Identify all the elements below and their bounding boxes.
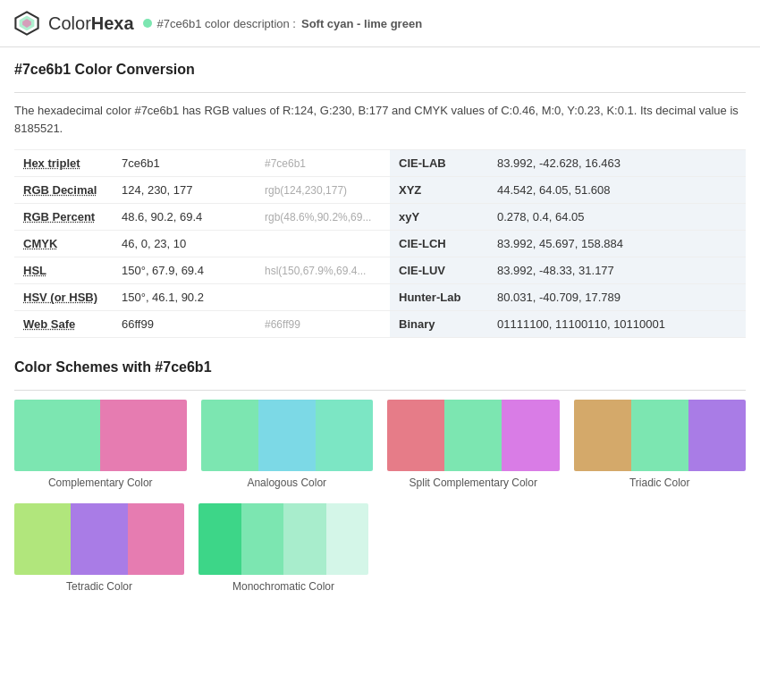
page-title: #7ce6b1 Color Conversion xyxy=(14,62,746,78)
left-value: 150°, 67.9, 69.4 xyxy=(113,257,256,284)
swatch xyxy=(387,400,444,471)
swatch xyxy=(574,400,631,471)
right-value: 0.278, 0.4, 64.05 xyxy=(488,204,746,231)
left-label[interactable]: HSV (or HSB) xyxy=(14,284,113,311)
left-label[interactable]: Web Safe xyxy=(14,311,113,338)
swatch xyxy=(326,503,369,575)
swatch xyxy=(283,503,326,575)
scheme-item[interactable]: Complementary Color xyxy=(14,400,187,489)
left-label[interactable]: HSL xyxy=(14,257,113,284)
table-row: HSL 150°, 67.9, 69.4 hsl(150,67.9%,69.4.… xyxy=(14,257,746,284)
right-value: 83.992, -48.33, 31.177 xyxy=(488,257,746,284)
scheme-swatches xyxy=(574,400,747,471)
conversion-table: Hex triplet 7ce6b1 #7ce6b1 CIE-LAB 83.99… xyxy=(14,149,746,338)
scheme-swatches xyxy=(387,400,560,471)
scheme-label: Complementary Color xyxy=(48,477,153,489)
scheme-swatches xyxy=(14,400,187,471)
left-label[interactable]: Hex triplet xyxy=(14,150,113,177)
scheme-item[interactable]: Monochromatic Color xyxy=(198,503,368,593)
main-content: #7ce6b1 Color Conversion The hexadecimal… xyxy=(0,47,760,607)
scheme-item[interactable]: Analogous Color xyxy=(201,400,374,489)
swatch xyxy=(502,400,559,471)
swatch xyxy=(100,400,186,471)
header-description: #7ce6b1 color description : Soft cyan - … xyxy=(143,17,422,30)
swatch xyxy=(316,400,373,471)
right-value: 83.992, 45.697, 158.884 xyxy=(488,231,746,257)
schemes-grid-row2: Tetradic ColorMonochromatic Color xyxy=(14,503,746,593)
left-value: 7ce6b1 xyxy=(113,150,256,177)
scheme-swatches xyxy=(198,503,368,575)
left-value: 124, 230, 177 xyxy=(113,177,256,204)
right-value: 83.992, -42.628, 16.463 xyxy=(488,150,746,177)
left-value: 48.6, 90.2, 69.4 xyxy=(113,204,256,231)
left-preview: #7ce6b1 xyxy=(256,150,390,177)
swatch xyxy=(198,503,241,575)
right-value: 44.542, 64.05, 51.608 xyxy=(488,177,746,204)
right-label[interactable]: CIE-LUV xyxy=(390,257,488,284)
right-label[interactable]: CIE-LAB xyxy=(390,150,488,177)
schemes-grid-row1: Complementary ColorAnalogous ColorSplit … xyxy=(14,400,746,489)
table-row: HSV (or HSB) 150°, 46.1, 90.2 Hunter-Lab… xyxy=(14,284,746,311)
header-color-name: Soft cyan - lime green xyxy=(301,17,422,30)
logo-text[interactable]: ColorHexa xyxy=(48,13,134,34)
left-label[interactable]: CMYK xyxy=(14,231,113,257)
scheme-label: Analogous Color xyxy=(247,477,326,489)
left-preview xyxy=(256,284,390,311)
color-dot xyxy=(143,19,152,28)
right-label[interactable]: Hunter-Lab xyxy=(390,284,488,311)
swatch xyxy=(631,400,688,471)
section-title-schemes: Color Schemes with #7ce6b1 xyxy=(14,359,746,391)
swatch xyxy=(71,503,127,575)
right-label[interactable]: xyY xyxy=(390,204,488,231)
logo-color: Color xyxy=(48,13,91,33)
right-value: 01111100, 11100110, 10110001 xyxy=(488,311,746,338)
scheme-item[interactable]: Tetradic Color xyxy=(14,503,184,593)
right-label[interactable]: Binary xyxy=(390,311,488,338)
header-hex: #7ce6b1 color description : xyxy=(157,17,296,30)
description-text: The hexadecimal color #7ce6b1 has RGB va… xyxy=(14,102,746,137)
schemes-title: Color Schemes with #7ce6b1 xyxy=(14,359,746,375)
table-row: Hex triplet 7ce6b1 #7ce6b1 CIE-LAB 83.99… xyxy=(14,150,746,177)
swatch xyxy=(128,503,184,575)
table-row: RGB Percent 48.6, 90.2, 69.4 rgb(48.6%,9… xyxy=(14,204,746,231)
scheme-item[interactable]: Split Complementary Color xyxy=(387,400,560,489)
header: ColorHexa #7ce6b1 color description : So… xyxy=(0,0,760,47)
left-preview: #66ff99 xyxy=(256,311,390,338)
right-value: 80.031, -40.709, 17.789 xyxy=(488,284,746,311)
scheme-label: Split Complementary Color xyxy=(410,477,537,489)
left-value: 46, 0, 23, 10 xyxy=(113,231,256,257)
left-label[interactable]: RGB Percent xyxy=(14,204,113,231)
scheme-item[interactable]: Triadic Color xyxy=(574,400,747,489)
section-title-conversion: #7ce6b1 Color Conversion xyxy=(14,62,746,93)
scheme-label: Monochromatic Color xyxy=(232,580,334,593)
left-preview: rgb(124,230,177) xyxy=(256,177,390,204)
scheme-swatches xyxy=(201,400,374,471)
swatch xyxy=(444,400,502,471)
left-preview xyxy=(256,231,390,257)
table-row: CMYK 46, 0, 23, 10 CIE-LCH 83.992, 45.69… xyxy=(14,231,746,257)
swatch xyxy=(688,400,746,471)
left-preview: hsl(150,67.9%,69.4... xyxy=(256,257,390,284)
swatch xyxy=(14,503,71,575)
left-value: 150°, 46.1, 90.2 xyxy=(113,284,256,311)
left-label[interactable]: RGB Decimal xyxy=(14,177,113,204)
table-row: RGB Decimal 124, 230, 177 rgb(124,230,17… xyxy=(14,177,746,204)
right-label[interactable]: XYZ xyxy=(390,177,488,204)
logo-icon[interactable] xyxy=(14,11,39,36)
swatch xyxy=(258,400,316,471)
left-preview: rgb(48.6%,90.2%,69... xyxy=(256,204,390,231)
table-row: Web Safe 66ff99 #66ff99 Binary 01111100,… xyxy=(14,311,746,338)
swatch xyxy=(241,503,284,575)
scheme-label: Triadic Color xyxy=(629,477,690,489)
left-value: 66ff99 xyxy=(113,311,256,338)
swatch xyxy=(201,400,258,471)
right-label[interactable]: CIE-LCH xyxy=(390,231,488,257)
logo-bold: Hexa xyxy=(91,13,134,33)
scheme-swatches xyxy=(14,503,184,575)
swatch xyxy=(14,400,100,471)
scheme-label: Tetradic Color xyxy=(66,580,132,593)
